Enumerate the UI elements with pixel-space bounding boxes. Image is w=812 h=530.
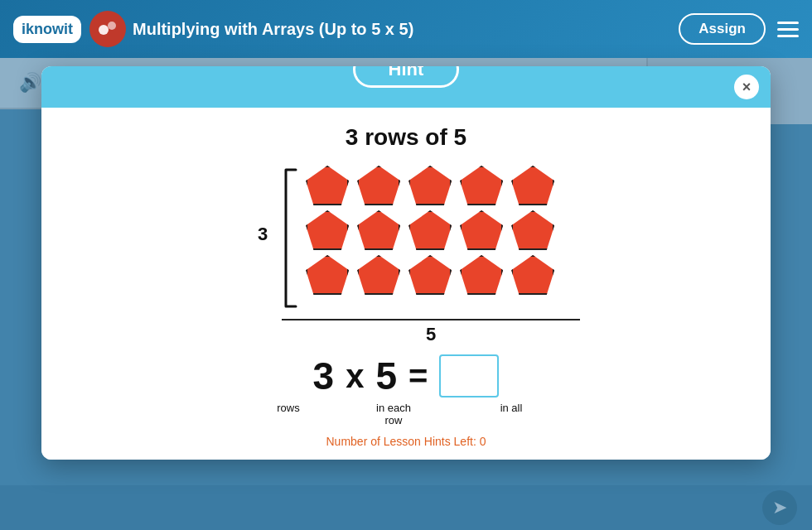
equation-rows-num: 3 — [313, 354, 335, 398]
equals-icon: = — [408, 358, 428, 395]
equation-labels-row: rows in eachrow in all — [271, 402, 541, 426]
multiply-icon: x — [346, 358, 364, 395]
logo-text[interactable]: iknowit — [13, 16, 81, 43]
equation-cols-num: 5 — [375, 354, 397, 398]
pentagon — [357, 255, 400, 295]
bottom-bracket-area: 5 — [116, 319, 746, 345]
pentagon-row-3 — [306, 255, 554, 295]
in-each-row-label: in eachrow — [372, 402, 415, 426]
header-right: Assign — [679, 13, 799, 45]
pentagon — [306, 255, 349, 295]
svg-point-1 — [108, 22, 116, 30]
pentagon — [306, 166, 349, 205]
pentagon — [460, 210, 503, 250]
modal-title: Hint — [353, 66, 460, 88]
modal-header: Hint × — [41, 66, 771, 108]
hints-left-text: Number of Lesson Hints Left: 0 — [66, 435, 746, 448]
header: iknowit Multiplying with Arrays (Up to 5… — [0, 0, 812, 58]
modal-overlay: Hint × 3 rows of 5 3 — [0, 58, 812, 530]
in-all-label: in all — [481, 402, 541, 414]
hint-modal: Hint × 3 rows of 5 3 — [41, 66, 771, 460]
pentagon-row-1 — [306, 166, 554, 205]
rows-label: rows — [271, 402, 306, 414]
pentagon — [460, 166, 503, 205]
modal-close-button[interactable]: × — [734, 75, 759, 99]
hamburger-menu-icon[interactable] — [777, 22, 799, 37]
answer-input-box[interactable] — [439, 354, 499, 398]
left-bracket-icon — [281, 166, 299, 311]
pentagons-grid — [306, 166, 554, 311]
logo-icon — [89, 11, 126, 47]
col-number-label: 5 — [426, 324, 436, 345]
array-diagram: 3 — [66, 166, 746, 311]
assign-button[interactable]: Assign — [679, 13, 766, 45]
pentagon — [408, 166, 452, 205]
equation-row: 3 x 5 = — [313, 354, 500, 398]
lesson-title: Multiplying with Arrays (Up to 5 x 5) — [133, 20, 413, 39]
bracket-and-array — [281, 166, 554, 311]
pentagon — [408, 255, 452, 295]
hint-title: 3 rows of 5 — [66, 124, 746, 151]
pentagon — [511, 210, 554, 250]
pentagon-row-2 — [306, 210, 554, 250]
pentagon — [357, 210, 400, 250]
pentagon — [357, 166, 400, 205]
svg-point-0 — [99, 25, 109, 35]
pentagon — [511, 166, 554, 205]
pentagon — [460, 255, 503, 295]
bottom-bracket-line — [282, 319, 580, 320]
equation-area: 3 x 5 = rows in eachrow in all — [66, 354, 746, 426]
pentagon — [306, 210, 349, 250]
logo-container: iknowit — [13, 11, 126, 47]
row-number-label: 3 — [258, 224, 268, 245]
main-content: 🔊 Find the product. Progress Hint × — [0, 58, 812, 530]
modal-body: 3 rows of 5 3 — [41, 108, 771, 460]
pentagon — [511, 255, 554, 295]
pentagon — [408, 210, 452, 250]
